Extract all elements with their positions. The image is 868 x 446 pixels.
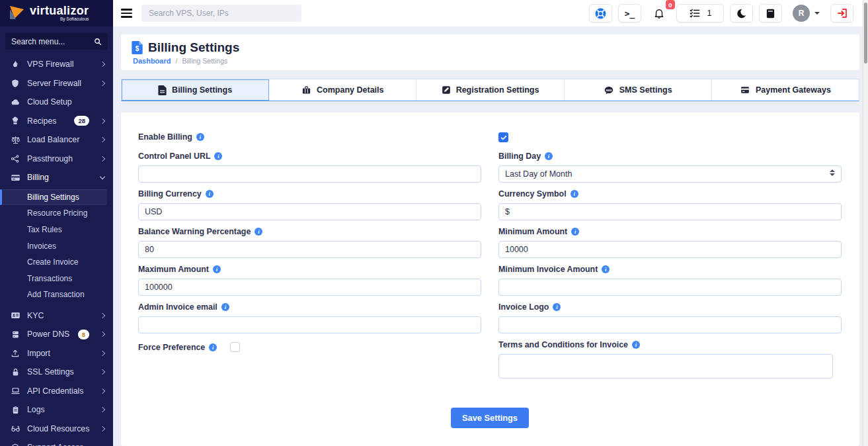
sidebar-item-label: Power DNS	[27, 330, 71, 339]
tab-label: Company Details	[317, 85, 383, 95]
minimum-amount-input[interactable]	[498, 241, 842, 258]
terminal-button[interactable]: >_	[618, 4, 641, 22]
currency-symbol-input[interactable]	[498, 203, 842, 220]
sidebar-item-label: Import	[27, 349, 94, 358]
sidebar-toggle-icon[interactable]	[121, 9, 132, 18]
virtualizor-logo-icon	[8, 5, 25, 22]
submenu-item-create-invoice[interactable]: Create Invoice	[0, 254, 113, 271]
scales-icon	[10, 134, 20, 145]
force-preference-label: Force Preference	[138, 343, 205, 352]
minimum-invoice-amount-input[interactable]	[498, 279, 842, 296]
breadcrumb-separator: /	[175, 57, 177, 65]
tab-sms-settings[interactable]: SMS SMS Settings	[565, 79, 712, 101]
sidebar-item-kyc[interactable]: KYC	[0, 306, 113, 326]
maximum-amount-input[interactable]	[138, 279, 481, 296]
sidebar-item-recipes[interactable]: Recipes 28	[0, 112, 113, 131]
info-icon[interactable]: i	[209, 343, 217, 351]
tab-company-details[interactable]: Company Details	[269, 79, 416, 101]
book-icon	[765, 8, 776, 19]
sidebar-item-cloud-setup[interactable]: Cloud Setup	[0, 93, 113, 112]
info-icon[interactable]: i	[196, 133, 204, 141]
sidebar-search-input[interactable]: Search menu...	[5, 33, 108, 50]
sidebar-item-api-credentials[interactable]: API Credentials	[0, 382, 113, 401]
tab-registration-settings[interactable]: Registration Settings	[416, 79, 564, 101]
info-icon[interactable]: i	[255, 228, 262, 236]
dark-mode-button[interactable]	[730, 4, 753, 22]
power-dns-count-badge: 8	[78, 330, 89, 339]
submenu-item-add-transaction[interactable]: Add Transaction	[0, 287, 113, 303]
bell-icon	[653, 7, 665, 19]
invoice-logo-input[interactable]	[498, 316, 842, 334]
sidebar-item-logs[interactable]: Logs	[0, 400, 113, 420]
sidebar-item-load-balancer[interactable]: Load Balancer	[0, 130, 113, 150]
billing-day-value: Last Day of Month	[505, 169, 572, 179]
billing-submenu: Billing Settings Resource Pricing Tax Ru…	[0, 187, 113, 306]
info-icon[interactable]: i	[206, 190, 214, 198]
admin-invoice-email-input[interactable]	[138, 316, 481, 334]
brand-logo[interactable]: virtualizor By Softaculous	[0, 0, 113, 26]
sidebar-item-support-access[interactable]: Support Access	[0, 438, 113, 446]
clipboard-icon	[10, 404, 20, 415]
submenu-label: Transactions	[27, 274, 72, 283]
control-panel-url-input[interactable]	[138, 165, 481, 183]
chevron-right-icon	[100, 156, 105, 161]
sidebar-item-label: Support Access	[27, 443, 104, 446]
docs-button[interactable]	[759, 4, 782, 22]
sidebar-item-cloud-resources[interactable]: Cloud Resources	[0, 420, 113, 439]
user-menu-button[interactable]: R	[788, 4, 824, 22]
logout-button[interactable]	[830, 4, 853, 22]
submenu-item-resource-pricing[interactable]: Resource Pricing	[0, 205, 113, 222]
tab-label: SMS Settings	[619, 85, 672, 95]
info-icon[interactable]: i	[213, 265, 221, 273]
global-search-input[interactable]: Search VPS, User, IPs	[141, 5, 301, 22]
currency-symbol-label: Currency Symbol	[498, 189, 567, 199]
sidebar-item-ssl-settings[interactable]: SSL Settings	[0, 363, 113, 382]
info-icon[interactable]: i	[571, 190, 578, 198]
submenu-item-billing-settings[interactable]: Billing Settings	[0, 189, 107, 206]
sidebar-item-import[interactable]: Import	[0, 344, 113, 363]
sidebar-item-label: Load Balancer	[27, 135, 94, 144]
submenu-item-tax-rules[interactable]: Tax Rules	[0, 222, 113, 238]
chevron-right-icon	[100, 118, 105, 124]
chevron-right-icon	[100, 62, 105, 67]
sidebar-item-power-dns[interactable]: Power DNS 8	[0, 325, 113, 344]
chevron-right-icon	[100, 137, 105, 142]
info-icon[interactable]: i	[602, 265, 610, 273]
help-button[interactable]	[589, 4, 612, 22]
info-icon[interactable]: i	[214, 152, 222, 160]
info-icon[interactable]: i	[221, 303, 229, 311]
force-preference-checkbox[interactable]	[230, 342, 240, 352]
submenu-item-transactions[interactable]: Transactions	[0, 270, 113, 287]
sidebar-item-billing[interactable]: Billing	[0, 168, 113, 187]
help-buoy-icon	[594, 7, 607, 20]
submenu-item-invoices[interactable]: Invoices	[0, 238, 113, 254]
info-icon[interactable]: i	[571, 228, 579, 236]
scrollbar-thumb[interactable]	[864, 3, 867, 64]
topbar: virtualizor By Softaculous Search VPS, U…	[0, 0, 868, 26]
sidebar-item-server-firewall[interactable]: Server Firewall	[0, 74, 113, 93]
notifications-button[interactable]: 0	[647, 4, 670, 22]
enable-billing-checkbox[interactable]	[498, 132, 508, 142]
tasks-button[interactable]: 1	[676, 4, 724, 22]
chevron-right-icon	[100, 313, 105, 318]
submenu-label: Add Transaction	[27, 290, 85, 299]
sidebar-item-label: Recipes	[27, 116, 67, 126]
sidebar-item-passthrough[interactable]: Passthrough	[0, 150, 113, 169]
billing-day-select[interactable]: Last Day of Month	[498, 165, 842, 183]
breadcrumb-dashboard-link[interactable]: Dashboard	[133, 57, 171, 65]
save-settings-button[interactable]: Save Settings	[451, 408, 529, 428]
sidebar-item-vps-firewall[interactable]: VPS Firewall	[0, 55, 113, 74]
info-icon[interactable]: i	[545, 152, 553, 160]
sidebar-item-label: KYC	[27, 311, 94, 320]
info-icon[interactable]: i	[553, 303, 561, 311]
vertical-scrollbar[interactable]	[863, 0, 868, 446]
terms-textarea[interactable]	[498, 354, 833, 379]
tab-payment-gateways[interactable]: Payment Gateways	[712, 79, 859, 101]
chevron-down-icon	[814, 12, 820, 15]
info-icon[interactable]: i	[632, 341, 640, 349]
chevron-right-icon	[100, 407, 105, 412]
tab-billing-settings[interactable]: Billing Settings	[122, 79, 269, 101]
balance-warning-percentage-input[interactable]	[138, 241, 481, 258]
billing-currency-input[interactable]	[138, 203, 481, 220]
brand-name: virtualizor	[30, 5, 89, 17]
